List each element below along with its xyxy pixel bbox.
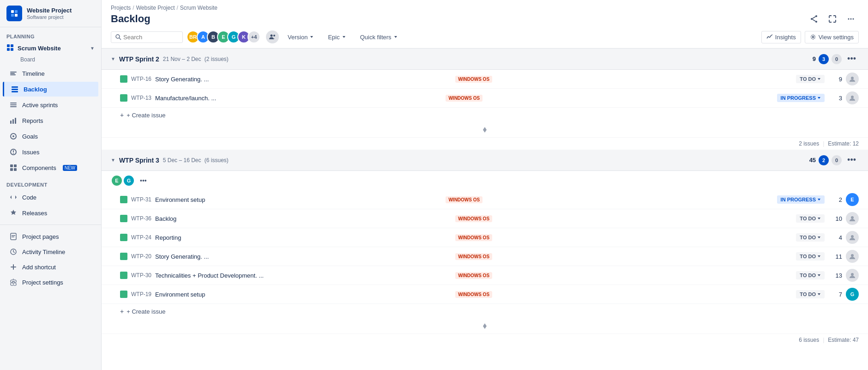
issue-title: Environment setup (155, 291, 452, 298)
breadcrumb-projects[interactable]: Projects (111, 5, 131, 11)
issue-avatar: G (846, 288, 859, 301)
issue-key: WTP-13 (131, 95, 151, 101)
svg-point-41 (848, 18, 850, 20)
issue-status[interactable]: TO DO (796, 252, 825, 261)
issue-row[interactable]: WTP-13 Manufacture/launch. ... WINDOWS O… (102, 89, 868, 108)
sprint-1-dates: 21 Nov – 2 Dec (2 issues) (163, 56, 229, 62)
sidebar-item-reports[interactable]: Reports (3, 113, 98, 128)
sidebar-item-timeline[interactable]: Timeline (3, 66, 98, 81)
svg-rect-0 (10, 9, 19, 18)
sidebar-item-backlog[interactable]: Backlog (3, 82, 98, 97)
svg-rect-25 (13, 153, 14, 154)
svg-point-46 (271, 35, 273, 37)
quick-filters[interactable]: Quick filters (355, 31, 403, 43)
status-chevron (817, 96, 821, 100)
breadcrumb-scrum-website[interactable]: Scrum Website (180, 5, 217, 11)
issue-status[interactable]: TO DO (796, 233, 825, 242)
sprint-1-header[interactable]: ▼ WTP Sprint 2 21 Nov – 2 Dec (2 issues)… (102, 49, 868, 70)
add-shortcut-label: Add shortcut (22, 264, 56, 271)
issue-status[interactable]: TO DO (796, 75, 825, 83)
search-box[interactable] (111, 31, 183, 43)
epic-filter[interactable]: Epic (323, 31, 351, 43)
issue-status[interactable]: IN PROGRESS (777, 94, 825, 102)
sprint-1-total-issues: 2 issues (799, 140, 819, 147)
sprint-1-more-button[interactable]: ••• (844, 53, 859, 65)
issue-row[interactable]: WTP-19 Environment setup WINDOWS OS TO D… (102, 285, 868, 304)
sidebar-item-active-sprints[interactable]: Active sprints (3, 97, 98, 112)
svg-rect-29 (14, 168, 17, 171)
epic-label: Epic (328, 34, 339, 41)
issue-points: 13 (828, 272, 842, 279)
team-icon[interactable] (266, 30, 279, 43)
sprint-1-badge-blue: 3 (819, 54, 829, 64)
svg-rect-19 (12, 119, 14, 124)
svg-point-53 (851, 254, 854, 257)
svg-rect-35 (11, 267, 16, 267)
sprint-2-issues: WTP-31 Environment setup WINDOWS OS IN P… (102, 190, 868, 304)
development-section-label: Development (0, 176, 101, 189)
issue-status[interactable]: TO DO (796, 214, 825, 223)
sidebar-item-project-pages[interactable]: Project pages (3, 229, 98, 244)
insights-icon (766, 34, 773, 40)
svg-point-43 (853, 18, 854, 20)
breadcrumb-website-project[interactable]: Website Project (136, 5, 175, 11)
share-button[interactable] (806, 12, 822, 26)
sprint-2-more-button[interactable]: ••• (844, 154, 859, 166)
svg-rect-20 (15, 118, 16, 124)
fullscreen-button[interactable] (825, 12, 840, 26)
sprint-1-create-issue[interactable]: + + Create issue (102, 108, 868, 122)
sidebar-item-add-shortcut[interactable]: Add shortcut (3, 260, 98, 274)
sidebar-item-goals[interactable]: Goals (3, 129, 98, 144)
issue-row[interactable]: WTP-31 Environment setup WINDOWS OS IN P… (102, 190, 868, 209)
status-chevron (817, 273, 821, 277)
sidebar-item-releases[interactable]: Releases (3, 206, 98, 220)
issue-status[interactable]: IN PROGRESS (777, 195, 825, 204)
components-icon (9, 164, 18, 172)
issue-status[interactable]: TO DO (796, 290, 825, 298)
active-sprints-icon (9, 101, 18, 109)
issue-tag: WINDOWS OS (455, 76, 492, 83)
search-input[interactable] (123, 34, 179, 41)
sidebar-item-code[interactable]: Code (3, 190, 98, 205)
issue-avatar (846, 269, 859, 282)
issue-row[interactable]: WTP-20 Story Generating. ... WINDOWS OS … (102, 247, 868, 266)
breadcrumb: Projects / Website Project / Scrum Websi… (111, 5, 859, 11)
sprint-2-header[interactable]: ▼ WTP Sprint 3 5 Dec – 16 Dec (6 issues)… (102, 150, 868, 171)
sprint-2-avatars-more[interactable]: ••• (138, 176, 149, 185)
more-actions-button[interactable] (843, 12, 859, 26)
create-issue-label: + Create issue (127, 112, 165, 119)
sprint-divider-2 (102, 319, 868, 334)
version-filter[interactable]: Version (283, 31, 319, 43)
sprint-2-avatar-g[interactable]: G (123, 175, 135, 187)
issue-type-icon (120, 196, 127, 203)
issue-row[interactable]: WTP-24 Reporting WINDOWS OS TO DO 4 (102, 228, 868, 247)
sprint-divider-1 (102, 122, 868, 137)
issue-type-icon (120, 291, 127, 298)
svg-rect-15 (10, 103, 17, 103)
sidebar-item-activity-timeline[interactable]: Activity Timeline (3, 244, 98, 259)
issue-key: WTP-20 (131, 253, 151, 260)
avatar-extra[interactable]: +4 (247, 30, 260, 43)
chevron-down-icon: ▼ (90, 46, 95, 51)
timeline-icon (9, 69, 18, 78)
scrum-website-item[interactable]: Scrum Website ▼ (0, 41, 101, 54)
issue-status[interactable]: TO DO (796, 271, 825, 279)
sidebar-item-project-settings[interactable]: Project settings (3, 275, 98, 290)
issue-row[interactable]: WTP-30 Technicalities + Product Developm… (102, 266, 868, 285)
svg-rect-24 (13, 150, 14, 152)
svg-point-54 (851, 273, 854, 276)
sprint-2-avatar-e[interactable]: E (111, 175, 123, 187)
sidebar-item-board[interactable]: Board (3, 54, 98, 65)
sprint-2-create-issue[interactable]: + + Create issue (102, 304, 868, 319)
sprint-1-estimate: Estimate: 12 (828, 140, 859, 147)
sprint-2-badge-blue: 2 (819, 155, 829, 165)
page-title: Backlog (111, 13, 151, 25)
sprint-1-footer: 2 issues | Estimate: 12 (102, 137, 868, 150)
issue-row[interactable]: WTP-36 Backlog WINDOWS OS TO DO 10 (102, 209, 868, 228)
issue-row[interactable]: WTP-16 Story Generating. ... WINDOWS OS … (102, 70, 868, 89)
view-settings-button[interactable]: View settings (805, 31, 859, 43)
insights-button[interactable]: Insights (761, 31, 801, 43)
sprint-2-name: WTP Sprint 3 (119, 157, 159, 164)
sidebar-item-issues[interactable]: Issues (3, 145, 98, 159)
sidebar-item-components[interactable]: Components NEW (3, 160, 98, 175)
